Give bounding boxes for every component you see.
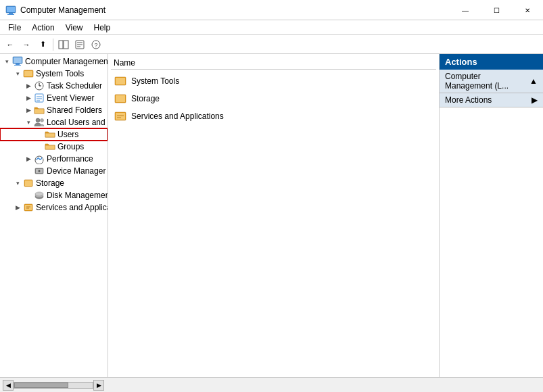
computer-icon xyxy=(12,56,23,67)
expand-services-apps[interactable]: ▶ xyxy=(12,202,23,213)
horizontal-scrollbar[interactable] xyxy=(14,382,93,389)
storage-icon xyxy=(23,178,34,189)
expand-storage[interactable]: ▾ xyxy=(12,178,23,189)
svg-point-27 xyxy=(41,119,44,122)
tree-item-shared-folders[interactable]: ▶ Shared Folders xyxy=(0,104,108,116)
middle-pane: Name System Tools Storage xyxy=(108,54,440,377)
action-section-computer-mgmt[interactable]: Computer Management (L... ▲ xyxy=(440,70,543,93)
svg-rect-15 xyxy=(14,65,21,66)
action-section-more-actions[interactable]: More Actions ▶ xyxy=(440,93,543,107)
toolbar: ← → ⬆ ? xyxy=(0,35,543,54)
title-bar-icon xyxy=(5,5,16,16)
tree-label-computer-mgmt: Computer Management (Local xyxy=(25,57,108,66)
middle-header: Name xyxy=(111,57,436,70)
performance-icon xyxy=(34,153,45,164)
tree-item-performance[interactable]: ▶ Performance xyxy=(0,153,108,165)
svg-rect-13 xyxy=(14,57,22,63)
horizontal-scrollbar-area: ◀ ▶ xyxy=(3,380,104,391)
task-scheduler-icon xyxy=(34,80,45,91)
shared-folders-icon xyxy=(34,105,45,116)
action-section-chevron-0: ▲ xyxy=(529,76,538,86)
menu-view[interactable]: View xyxy=(60,22,89,34)
toolbar-back[interactable]: ← xyxy=(3,37,18,52)
content-icon-storage xyxy=(114,92,127,105)
toolbar-separator xyxy=(53,39,53,51)
content-icon-services-apps xyxy=(114,109,127,123)
tree-label-disk-mgmt: Disk Management xyxy=(47,191,108,200)
tree-item-storage[interactable]: ▾ Storage xyxy=(0,177,108,189)
close-button[interactable]: ✕ xyxy=(512,0,543,20)
menu-action[interactable]: Action xyxy=(26,22,60,34)
tree-label-services-apps: Services and Applications xyxy=(36,203,108,212)
tree-label-users: Users xyxy=(57,130,78,139)
main-layout: ▾ Computer Management (Local ▾ Syste xyxy=(0,54,543,377)
expand-local-users[interactable]: ▾ xyxy=(23,117,34,128)
svg-text:?: ? xyxy=(94,42,97,49)
content-label-system-tools: System Tools xyxy=(131,76,179,86)
action-section-more-title: More Actions xyxy=(445,95,492,105)
left-pane: ▾ Computer Management (Local ▾ Syste xyxy=(0,54,108,377)
right-pane: Actions Computer Management (L... ▲ More… xyxy=(440,54,543,377)
menu-file[interactable]: File xyxy=(3,22,26,34)
tree-label-groups: Groups xyxy=(57,142,84,151)
tree-item-device-manager[interactable]: Device Manager xyxy=(0,165,108,177)
svg-rect-25 xyxy=(34,109,44,114)
svg-rect-48 xyxy=(116,113,125,120)
svg-rect-44 xyxy=(116,78,125,84)
tree-item-event-viewer[interactable]: ▶ Event Viewer xyxy=(0,92,108,104)
toolbar-up[interactable]: ⬆ xyxy=(35,37,50,52)
svg-rect-14 xyxy=(16,64,20,65)
expand-computer-mgmt[interactable]: ▾ xyxy=(1,56,12,67)
users-folder-icon xyxy=(45,129,55,140)
expand-shared-folders[interactable]: ▶ xyxy=(23,105,34,116)
svg-point-38 xyxy=(35,192,43,196)
svg-rect-35 xyxy=(25,180,32,186)
svg-point-33 xyxy=(39,170,41,172)
toolbar-help[interactable]: ? xyxy=(89,37,103,52)
svg-rect-1 xyxy=(7,7,15,12)
name-column-header: Name xyxy=(114,58,135,68)
toolbar-show-hide[interactable] xyxy=(56,37,71,52)
tree-label-event-viewer: Event Viewer xyxy=(47,93,94,103)
tree-item-disk-mgmt[interactable]: Disk Management xyxy=(0,189,108,201)
tree-label-local-users: Local Users and Groups xyxy=(47,118,108,127)
toolbar-forward[interactable]: → xyxy=(19,37,34,52)
expand-performance[interactable]: ▶ xyxy=(23,153,34,164)
svg-rect-29 xyxy=(45,145,55,149)
local-users-icon xyxy=(34,117,45,128)
tree-item-users[interactable]: Users xyxy=(0,128,108,141)
system-tools-icon xyxy=(23,68,34,79)
tree-label-storage: Storage xyxy=(36,178,64,188)
svg-rect-3 xyxy=(7,14,14,15)
tree-item-task-scheduler[interactable]: ▶ Task Scheduler xyxy=(0,80,108,92)
scrollbar-thumb xyxy=(14,383,68,388)
tree-label-system-tools: System Tools xyxy=(36,69,84,78)
toolbar-properties[interactable] xyxy=(72,37,87,52)
minimize-button[interactable]: — xyxy=(450,0,481,20)
expand-system-tools[interactable]: ▾ xyxy=(12,68,23,79)
maximize-button[interactable]: ☐ xyxy=(481,0,512,20)
scroll-right-button[interactable]: ▶ xyxy=(93,380,104,391)
svg-point-30 xyxy=(35,156,43,164)
title-bar: Computer Management — ☐ ✕ xyxy=(0,0,543,20)
menu-help[interactable]: Help xyxy=(89,22,116,34)
tree-label-shared-folders: Shared Folders xyxy=(47,105,102,115)
svg-rect-40 xyxy=(25,205,32,210)
tree-label-performance: Performance xyxy=(47,154,93,164)
content-item-system-tools[interactable]: System Tools xyxy=(111,72,436,90)
scroll-left-button[interactable]: ◀ xyxy=(3,380,14,391)
expand-event-viewer[interactable]: ▶ xyxy=(23,93,34,103)
tree-item-computer-mgmt[interactable]: ▾ Computer Management (Local xyxy=(0,55,108,68)
svg-rect-5 xyxy=(64,41,68,49)
disk-mgmt-icon xyxy=(34,190,45,201)
content-item-services-apps[interactable]: Services and Applications xyxy=(111,107,436,125)
tree-item-groups[interactable]: Groups xyxy=(0,141,108,153)
svg-point-26 xyxy=(36,118,40,122)
status-left: ◀ ▶ xyxy=(3,380,540,391)
expand-task-scheduler[interactable]: ▶ xyxy=(23,80,34,91)
tree-item-system-tools[interactable]: ▾ System Tools xyxy=(0,68,108,80)
content-item-storage[interactable]: Storage xyxy=(111,90,436,107)
tree-item-local-users[interactable]: ▾ Local Users and Groups xyxy=(0,116,108,128)
tree-item-services-apps[interactable]: ▶ Services and Applications xyxy=(0,201,108,214)
svg-rect-4 xyxy=(59,41,63,49)
